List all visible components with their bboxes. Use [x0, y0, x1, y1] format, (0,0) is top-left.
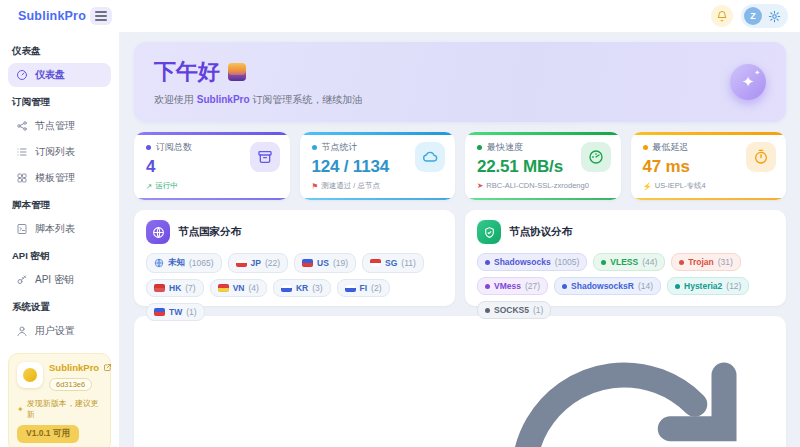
- distribution-row: 节点国家分布 未知(1065)JP(22)US(19)SG(11)HK(7)VN…: [134, 210, 786, 306]
- stat-card-cloud: 节点统计124 / 1134⚑测速通过 / 总节点: [300, 132, 456, 200]
- template-icon: [16, 172, 28, 184]
- sidebar-item-script[interactable]: 脚本列表: [8, 217, 111, 241]
- brand-name: SublinkPro: [197, 94, 250, 105]
- protocol-name: Shadowsocks: [494, 257, 551, 267]
- country-tag: US(19): [294, 253, 356, 273]
- user-menu[interactable]: Z: [741, 4, 788, 28]
- stat-dot: [146, 145, 151, 150]
- sidebar-item-key[interactable]: API 密钥: [8, 268, 111, 292]
- country-distribution-title: 节点国家分布: [178, 225, 241, 239]
- version-available-button[interactable]: V1.0.1 可用: [17, 425, 79, 443]
- stat-label: 节点统计: [322, 141, 358, 154]
- version-card-logo: [17, 362, 43, 388]
- protocol-count: (44): [642, 257, 657, 267]
- country-count: (19): [333, 258, 348, 268]
- country-tag: KR(3): [273, 279, 331, 297]
- external-link-icon[interactable]: [103, 363, 112, 372]
- stat-accent-line: [134, 198, 290, 200]
- sidebar-toggle-button[interactable]: [90, 7, 112, 25]
- country-code: FI: [360, 283, 368, 293]
- country-count: (11): [401, 258, 416, 268]
- protocol-dot: [485, 284, 490, 289]
- top-header: SublinkPro Z: [0, 0, 800, 32]
- globe-small-icon: [154, 258, 164, 268]
- notifications-button[interactable]: [711, 5, 733, 27]
- sidebar-item-label: 用户设置: [35, 324, 75, 338]
- country-count: (7): [185, 283, 195, 293]
- script-icon: [16, 223, 28, 235]
- shield-icon: [477, 220, 501, 244]
- protocol-tag: Trojan(31): [671, 253, 741, 271]
- stat-label: 订阅总数: [156, 141, 192, 154]
- country-tag: SG(11): [362, 253, 424, 273]
- country-count: (2): [371, 283, 381, 293]
- flag-icon: [345, 284, 356, 292]
- sidebar-item-user-settings[interactable]: 用户设置: [8, 319, 111, 343]
- stat-card-archive: 订阅总数4↗运行中: [134, 132, 290, 200]
- stat-card-timer: 最低延迟47 ms⚡US-IEPL-专线4: [631, 132, 787, 200]
- protocol-dot: [675, 284, 680, 289]
- country-code: SG: [385, 258, 397, 268]
- sidebar-item-list[interactable]: 订阅列表: [8, 140, 111, 164]
- stat-accent-line: [465, 132, 621, 135]
- country-tag: TW(1): [146, 303, 205, 321]
- protocol-dot: [562, 284, 567, 289]
- main-content: 下午好 欢迎使用 SublinkPro 订阅管理系统，继续加油 ✦✦ 订阅总数4…: [120, 32, 800, 447]
- ai-sparkle-button[interactable]: ✦✦: [730, 64, 766, 100]
- country-code: JP: [251, 258, 261, 268]
- sidebar-item-dashboard[interactable]: 仪表盘: [8, 63, 111, 87]
- country-code: US: [317, 258, 329, 268]
- protocol-dot: [485, 308, 490, 313]
- protocol-name: ShadowsocksR: [571, 281, 634, 291]
- cloud-icon: [415, 142, 445, 172]
- stat-marker-icon: ↗: [146, 182, 152, 191]
- refresh-button[interactable]: [474, 325, 774, 447]
- stat-accent-line: [300, 132, 456, 135]
- protocol-tag: SOCKS5(1): [477, 301, 551, 319]
- protocol-count: (1005): [555, 257, 580, 267]
- protocol-tag: Hysteria2(12): [667, 277, 749, 295]
- stat-card-gauge: 最快速度22.51 MB/s➤RBC-ALI-CDN-SSL-zxrodeng0: [465, 132, 621, 200]
- protocol-dot: [679, 260, 684, 265]
- country-tag: HK(7): [146, 279, 204, 297]
- sidebar-section-heading: API 密钥: [12, 250, 107, 263]
- stat-subtext: ➤RBC-ALI-CDN-SSL-zxrodeng0: [477, 181, 609, 190]
- country-count: (1): [186, 307, 196, 317]
- sparkles-icon: ✦: [742, 73, 755, 90]
- archive-icon: [250, 142, 280, 172]
- sunset-emoji: [228, 63, 246, 81]
- country-code: KR: [296, 283, 308, 293]
- protocol-count: (31): [718, 257, 733, 267]
- sidebar-item-label: 订阅列表: [35, 145, 75, 159]
- protocol-dot: [601, 260, 606, 265]
- country-tags: 未知(1065)JP(22)US(19)SG(11)HK(7)VN(4)KR(3…: [146, 253, 443, 321]
- globe-icon: [146, 220, 170, 244]
- sidebar-item-label: 节点管理: [35, 119, 75, 133]
- stat-label: 最快速度: [487, 141, 523, 154]
- stat-accent-line: [631, 198, 787, 200]
- flag-icon: [236, 259, 247, 267]
- user-settings-icon: [16, 325, 28, 337]
- protocol-name: Trojan: [688, 257, 714, 267]
- country-distribution-card: 节点国家分布 未知(1065)JP(22)US(19)SG(11)HK(7)VN…: [134, 210, 455, 306]
- sidebar-item-nodes[interactable]: 节点管理: [8, 114, 111, 138]
- stat-marker-icon: ➤: [477, 181, 483, 190]
- stat-accent-line: [465, 198, 621, 200]
- key-icon: [16, 274, 28, 286]
- avatar[interactable]: Z: [744, 7, 762, 25]
- stat-subtext: ↗运行中: [146, 181, 278, 191]
- protocol-name: SOCKS5: [494, 305, 529, 315]
- gear-icon[interactable]: [768, 10, 781, 23]
- stat-marker-icon: ⚑: [312, 182, 319, 191]
- nodes-icon: [16, 120, 28, 132]
- refresh-icon: [474, 325, 774, 447]
- stat-accent-line: [300, 198, 456, 200]
- stat-dot: [477, 145, 482, 150]
- protocol-dot: [485, 260, 490, 265]
- stat-accent-line: [134, 132, 290, 135]
- protocol-tag: Shadowsocks(1005): [477, 253, 587, 271]
- sidebar-item-label: API 密钥: [35, 273, 74, 287]
- country-code: VN: [233, 283, 245, 293]
- sidebar-item-template[interactable]: 模板管理: [8, 166, 111, 190]
- country-count: (1065): [189, 258, 214, 268]
